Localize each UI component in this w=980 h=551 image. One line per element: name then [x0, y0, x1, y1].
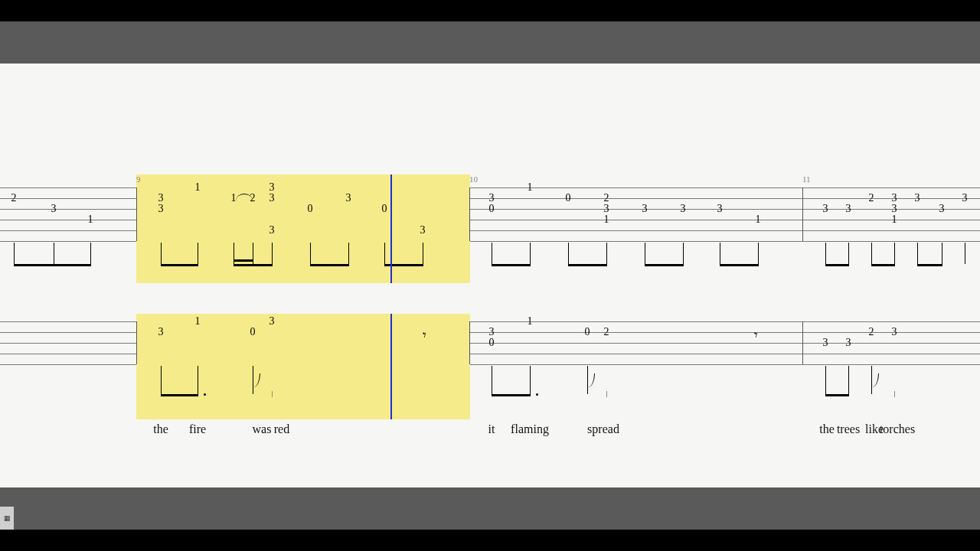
fret-number[interactable]: 1: [602, 214, 612, 225]
barline: [802, 187, 803, 241]
fret-number[interactable]: 2: [602, 327, 612, 337]
beam: [310, 264, 349, 266]
lyric-syllable: fire: [189, 422, 206, 436]
fret-number[interactable]: 3: [487, 193, 497, 204]
fret-number[interactable]: 1: [890, 214, 900, 225]
barline: [136, 321, 137, 364]
beam: [14, 264, 54, 266]
note-stem: [492, 366, 492, 394]
barline: [469, 321, 470, 364]
fret-number[interactable]: 3: [821, 204, 831, 214]
fret-number[interactable]: 3: [844, 337, 854, 348]
fret-number[interactable]: 3: [913, 193, 923, 204]
fret-number[interactable]: 2: [867, 193, 877, 204]
fret-number[interactable]: 3: [602, 204, 612, 214]
note-stem: [492, 243, 492, 264]
fret-number[interactable]: 0: [564, 193, 573, 204]
note-stem: [348, 243, 349, 264]
note-stem: [848, 243, 849, 264]
fret-number[interactable]: 0: [305, 204, 315, 214]
note-stem: [942, 243, 942, 264]
fret-number[interactable]: 2: [9, 193, 19, 204]
beam: [161, 394, 198, 396]
fret-number[interactable]: 3: [487, 327, 497, 337]
fret-number[interactable]: 3: [156, 204, 166, 214]
fret-number[interactable]: 0: [487, 204, 497, 214]
fret-number[interactable]: 3: [267, 225, 277, 236]
lyric-syllable: red: [274, 422, 289, 436]
flag-icon: [588, 373, 595, 387]
table-icon: ▦: [4, 514, 11, 522]
note-stem: [161, 243, 162, 264]
fret-number[interactable]: 3: [640, 204, 650, 214]
fret-number[interactable]: 3: [267, 316, 277, 327]
fret-number[interactable]: 3: [267, 193, 277, 204]
beam: [871, 264, 895, 266]
tab-editor-viewport: 9 10 11 23133112333030330102313331332331…: [0, 0, 980, 551]
barline: [469, 187, 470, 241]
note-stem: [965, 243, 965, 264]
fret-number[interactable]: 1: [525, 316, 535, 327]
beam: [645, 264, 684, 266]
beam: [568, 264, 607, 266]
app-footer-bar: [0, 487, 980, 530]
fret-number[interactable]: 3: [49, 204, 59, 214]
fret-number[interactable]: 1: [193, 316, 203, 327]
lyric-syllable: was: [253, 422, 272, 436]
beam: [161, 264, 198, 266]
playhead-staff1[interactable]: [390, 174, 392, 283]
beam: [720, 264, 759, 266]
fret-number[interactable]: 0: [380, 204, 390, 214]
tick: [272, 391, 273, 397]
fret-number[interactable]: 3: [418, 225, 428, 236]
fret-number[interactable]: 2: [602, 193, 612, 204]
note-stem: [161, 366, 162, 394]
lyric-syllable: the: [819, 422, 835, 436]
note-stem: [683, 243, 684, 264]
fret-number[interactable]: 3: [678, 204, 688, 214]
fret-number[interactable]: 0: [487, 337, 497, 348]
lyric-syllable: torches: [880, 422, 915, 436]
fret-number[interactable]: 3: [844, 204, 854, 214]
note-stem: [90, 243, 91, 264]
beam: [825, 394, 849, 396]
note-stem: [272, 243, 273, 264]
fret-number[interactable]: 3: [890, 204, 900, 214]
fret-number[interactable]: 0: [248, 327, 258, 337]
fret-number[interactable]: 3: [937, 204, 947, 214]
dot: [204, 393, 206, 396]
note-stem: [894, 243, 895, 264]
panel-toggle-button[interactable]: ▦: [0, 507, 14, 530]
note-stem: [871, 243, 872, 264]
barline: [136, 187, 137, 241]
fret-number[interactable]: 3: [156, 327, 166, 337]
fret-number[interactable]: 1: [193, 182, 203, 193]
fret-number[interactable]: 1: [86, 214, 96, 225]
flag-icon: [872, 373, 879, 387]
lyric-syllable: it: [488, 422, 495, 436]
fret-number[interactable]: 1: [525, 182, 535, 193]
note-stem: [758, 243, 759, 264]
note-stem: [310, 243, 311, 264]
fret-number[interactable]: 3: [344, 193, 354, 204]
fret-number[interactable]: 1: [753, 214, 763, 225]
fret-number[interactable]: 3: [890, 327, 900, 337]
fret-number[interactable]: 3: [267, 182, 277, 193]
note-stem: [530, 243, 531, 264]
beam: [492, 264, 531, 266]
fret-number[interactable]: 3: [821, 337, 831, 348]
fret-number[interactable]: 3: [890, 193, 900, 204]
lyric-syllable: spread: [587, 422, 619, 436]
fret-number[interactable]: 3: [715, 204, 725, 214]
letterbox-bottom: [0, 530, 980, 551]
note-stem: [198, 243, 198, 264]
fret-number[interactable]: 0: [583, 327, 593, 337]
note-stem: [645, 243, 645, 264]
beam: [917, 264, 942, 266]
fret-number[interactable]: 2: [867, 327, 877, 337]
fret-number[interactable]: 3: [960, 193, 970, 204]
note-stem: [917, 243, 918, 264]
playhead-staff2[interactable]: [390, 314, 392, 419]
beam: [54, 264, 91, 266]
fret-number[interactable]: 3: [156, 193, 166, 204]
